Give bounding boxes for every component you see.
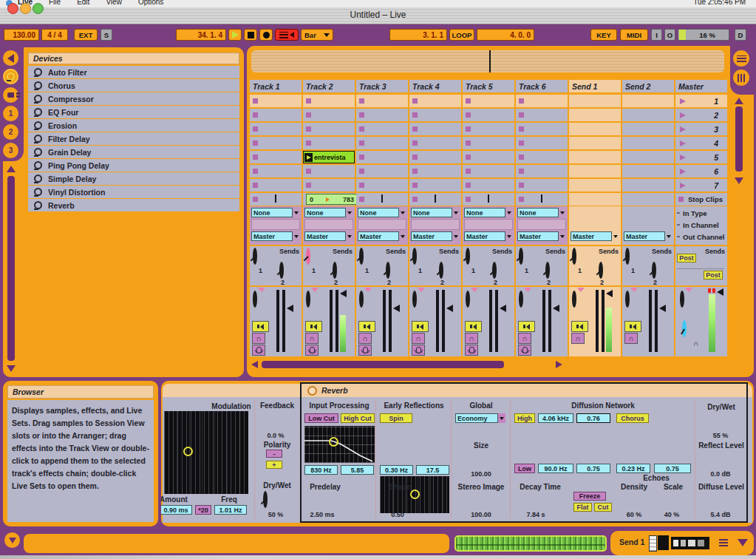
browser-scroll-down-arrow[interactable] <box>7 365 16 372</box>
session-vertical-scrollbar[interactable] <box>735 106 743 172</box>
fader-handle[interactable] <box>287 305 293 312</box>
menu-options[interactable]: Options <box>138 0 163 6</box>
fader-handle[interactable] <box>500 305 506 312</box>
fader-handle[interactable] <box>393 305 400 312</box>
diffusion-chorus-amount-field[interactable]: 0.75 <box>654 464 691 473</box>
loop-button[interactable]: LOOP <box>449 29 474 41</box>
track-activator-button[interactable] <box>465 321 482 332</box>
arm-button[interactable] <box>358 345 372 356</box>
track-header-send1[interactable]: Send 1 <box>569 80 621 92</box>
clip-slot[interactable] <box>516 137 568 149</box>
chevron-down-icon[interactable] <box>293 231 300 241</box>
chevron-down-icon[interactable] <box>399 208 406 217</box>
input-type-select[interactable]: None <box>251 208 300 217</box>
arrangement-overview[interactable] <box>251 50 724 72</box>
list-item-compressor[interactable]: Compressor <box>28 92 239 105</box>
clip-slot[interactable] <box>250 179 302 192</box>
diffusion-high-gain-field[interactable]: 0.76 <box>576 413 610 423</box>
fader-handle[interactable] <box>606 290 613 297</box>
send-1-knob[interactable] <box>306 248 310 265</box>
midi-map-button[interactable]: MIDI <box>620 29 648 41</box>
tempo-field[interactable]: 130.00 <box>4 29 39 41</box>
post-1-button[interactable]: Post <box>677 254 696 262</box>
scene-launch-2[interactable]: 2 <box>675 109 727 121</box>
track-stop-slot[interactable] <box>409 193 461 206</box>
list-item-grain-delay[interactable]: Grain Delay <box>28 146 239 158</box>
solo-button[interactable]: ∩ <box>571 333 585 344</box>
chevron-down-icon[interactable] <box>399 231 406 241</box>
clip-slot[interactable] <box>463 137 514 149</box>
fader-track[interactable] <box>389 290 392 352</box>
spin-button[interactable]: Spin <box>380 413 412 423</box>
clip-slot[interactable] <box>516 165 568 177</box>
session-scroll-left-arrow[interactable] <box>251 361 258 368</box>
clip-slot[interactable] <box>250 165 302 177</box>
chorus-mult-button[interactable]: *20 <box>195 505 211 515</box>
output-type-select[interactable]: Master <box>358 231 406 241</box>
fader-handle[interactable] <box>659 305 666 312</box>
fader-track[interactable] <box>542 290 545 352</box>
clip-slot[interactable] <box>356 123 408 135</box>
clip-slot[interactable] <box>463 179 514 192</box>
clip-slot[interactable] <box>250 95 302 107</box>
list-item-filter-delay[interactable]: Filter Delay <box>28 132 239 145</box>
clip-slot[interactable] <box>356 151 408 163</box>
plugins-browser-button[interactable] <box>3 87 18 103</box>
clip-slot[interactable] <box>250 109 302 121</box>
clip-slot[interactable] <box>516 123 568 135</box>
output-type-select[interactable]: Master <box>411 231 460 241</box>
solo-button[interactable]: ∩ <box>412 333 425 344</box>
send-1-knob[interactable] <box>572 248 576 265</box>
device-activator-icon[interactable] <box>307 386 317 396</box>
chevron-down-icon[interactable] <box>452 208 460 217</box>
input-freq-field[interactable]: 830 Hz <box>304 465 338 475</box>
send-1-knob[interactable] <box>412 248 417 265</box>
send-2-knob[interactable] <box>545 262 550 279</box>
clip-slot[interactable] <box>516 109 568 121</box>
track-activator-button[interactable] <box>518 321 535 332</box>
low-cut-button[interactable]: Low Cut <box>304 413 338 423</box>
clip-slot[interactable] <box>409 151 461 163</box>
solo-button[interactable]: ∩ <box>252 333 265 344</box>
send-2-knob[interactable] <box>386 262 390 279</box>
list-item-auto-filter[interactable]: Auto Filter <box>28 66 239 78</box>
fader-handle[interactable] <box>717 288 723 296</box>
pan-knob[interactable] <box>466 291 470 308</box>
clip-slot[interactable] <box>250 137 302 149</box>
solo-button[interactable]: ∩ <box>358 333 372 344</box>
fader-track[interactable] <box>489 290 492 352</box>
clip-slot[interactable] <box>516 95 568 107</box>
session-scroll-down-arrow[interactable] <box>735 177 743 184</box>
fader-track[interactable] <box>596 290 599 352</box>
quantization-select[interactable]: Bar <box>301 29 333 41</box>
record-button[interactable] <box>259 29 273 41</box>
output-type-select[interactable]: Master <box>464 231 513 241</box>
input-type-select[interactable]: None <box>464 208 513 217</box>
clip-play-icon[interactable] <box>304 153 313 162</box>
scene-launch-1[interactable]: 1 <box>675 95 727 107</box>
fader-track[interactable] <box>602 290 605 352</box>
diffusion-high-freq-field[interactable]: 4.06 kHz <box>538 413 573 423</box>
fader-track[interactable] <box>436 290 439 352</box>
list-item-reverb[interactable]: Reverb <box>28 199 239 211</box>
list-item-chorus[interactable]: Chorus <box>28 79 239 92</box>
mini-device-chain[interactable] <box>671 537 709 549</box>
key-map-button[interactable]: KEY <box>590 29 617 41</box>
list-item-simple-delay[interactable]: Simple Delay <box>28 172 239 185</box>
send-1-knob[interactable] <box>466 248 470 265</box>
output-type-select[interactable]: Master <box>304 231 353 241</box>
clip-slot[interactable] <box>516 151 568 163</box>
list-item-eq-four[interactable]: EQ Four <box>28 106 239 118</box>
clip-slot[interactable] <box>356 109 408 121</box>
input-filter-display[interactable] <box>304 426 375 463</box>
solo-button[interactable]: ∩ <box>305 333 319 344</box>
sync-indicator[interactable]: S <box>101 29 112 41</box>
clip-slot[interactable] <box>463 151 514 163</box>
polarity-plus-button[interactable]: + <box>266 461 282 469</box>
track-activator-button[interactable] <box>571 321 588 332</box>
pan-knob[interactable] <box>359 291 364 308</box>
time-signature-field[interactable]: 4 / 4 <box>41 29 68 41</box>
track-stop-slot[interactable] <box>516 193 568 206</box>
chevron-down-icon[interactable] <box>612 231 619 241</box>
track-activator-button[interactable] <box>358 321 375 332</box>
